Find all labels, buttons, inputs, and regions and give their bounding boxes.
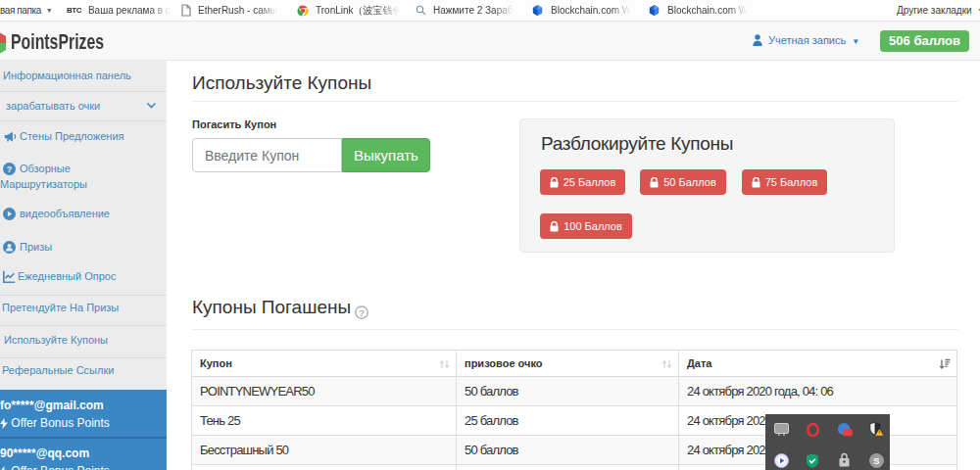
svg-text:?: ? <box>7 164 12 174</box>
svg-text:S: S <box>873 455 879 466</box>
svg-text:?: ? <box>359 307 364 318</box>
